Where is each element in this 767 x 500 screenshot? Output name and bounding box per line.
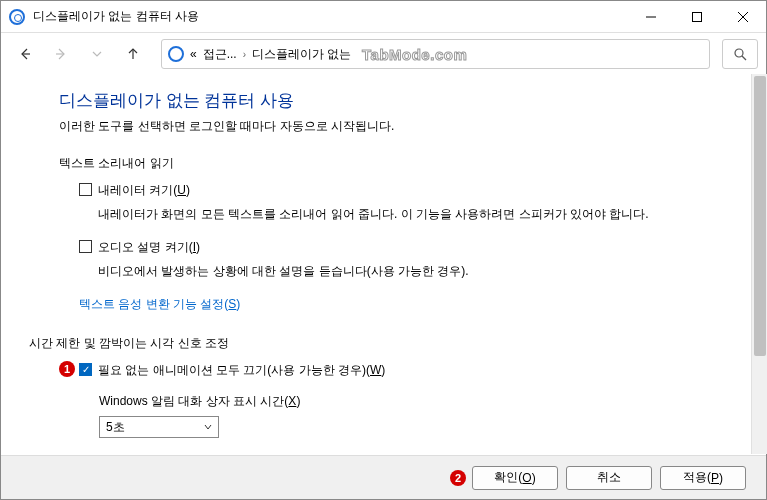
app-icon bbox=[9, 9, 25, 25]
watermark: TabMode.com bbox=[362, 46, 467, 63]
narrator-checkbox-row: 내레이터 켜기(U) bbox=[79, 182, 736, 199]
annotation-2: 2 bbox=[450, 470, 466, 486]
breadcrumb-root-prefix: « bbox=[190, 47, 197, 61]
annotation-1: 1 bbox=[59, 361, 75, 377]
breadcrumb-item-2[interactable]: 디스플레이가 없는 bbox=[252, 46, 351, 63]
window-controls bbox=[628, 1, 766, 33]
minimize-button[interactable] bbox=[628, 1, 674, 33]
addressbar[interactable]: « 접근... › 디스플레이가 없는 TabMode.com bbox=[161, 39, 710, 69]
chevron-down-icon bbox=[204, 420, 212, 434]
narrator-label[interactable]: 내레이터 켜기(U) bbox=[98, 182, 190, 199]
page-heading: 디스플레이가 없는 컴퓨터 사용 bbox=[59, 89, 736, 112]
notification-time-label: Windows 알림 대화 상자 표시 시간(X) bbox=[99, 393, 736, 410]
scrollbar-thumb[interactable] bbox=[754, 76, 766, 356]
location-icon bbox=[168, 46, 184, 62]
audio-description-checkbox-row: 오디오 설명 켜기(I) bbox=[79, 239, 736, 256]
breadcrumb-item-1[interactable]: 접근... bbox=[203, 46, 237, 63]
audio-description-description: 비디오에서 발생하는 상황에 대한 설명을 듣습니다(사용 가능한 경우). bbox=[98, 262, 658, 280]
notification-time-select[interactable]: 5초 bbox=[99, 416, 219, 438]
animation-checkbox-row: 1 필요 없는 애니메이션 모두 끄기(사용 가능한 경우)(W) bbox=[79, 362, 736, 379]
nav-recent-dropdown[interactable] bbox=[81, 40, 113, 68]
navbar: « 접근... › 디스플레이가 없는 TabMode.com bbox=[1, 33, 766, 75]
content-area: 디스플레이가 없는 컴퓨터 사용 이러한 도구를 선택하면 로그인할 때마다 자… bbox=[1, 75, 766, 455]
titlebar: 디스플레이가 없는 컴퓨터 사용 bbox=[1, 1, 766, 33]
disable-animations-label[interactable]: 필요 없는 애니메이션 모두 끄기(사용 가능한 경우)(W) bbox=[98, 362, 385, 379]
scrollbar[interactable] bbox=[751, 74, 767, 454]
svg-rect-1 bbox=[693, 12, 702, 21]
audio-description-checkbox[interactable] bbox=[79, 240, 92, 253]
cancel-button[interactable]: 취소 bbox=[566, 466, 652, 490]
svg-line-8 bbox=[742, 56, 746, 60]
window-title: 디스플레이가 없는 컴퓨터 사용 bbox=[33, 8, 628, 25]
nav-forward-button[interactable] bbox=[45, 40, 77, 68]
narrator-checkbox[interactable] bbox=[79, 183, 92, 196]
nav-up-button[interactable] bbox=[117, 40, 149, 68]
apply-button[interactable]: 적용(P) bbox=[660, 466, 746, 490]
close-button[interactable] bbox=[720, 1, 766, 33]
search-button[interactable] bbox=[722, 39, 758, 69]
ok-button[interactable]: 확인(O) bbox=[472, 466, 558, 490]
section-time-limits: 시간 제한 및 깜박이는 시각 신호 조정 bbox=[29, 335, 736, 352]
tts-settings-link[interactable]: 텍스트 음성 변환 기능 설정(S) bbox=[79, 296, 736, 313]
page-subtitle: 이러한 도구를 선택하면 로그인할 때마다 자동으로 시작됩니다. bbox=[59, 118, 736, 135]
chevron-right-icon: › bbox=[243, 49, 246, 60]
footer: 2 확인(O) 취소 적용(P) bbox=[1, 455, 766, 499]
maximize-button[interactable] bbox=[674, 1, 720, 33]
notification-time-value: 5초 bbox=[106, 419, 125, 436]
nav-back-button[interactable] bbox=[9, 40, 41, 68]
audio-description-label[interactable]: 오디오 설명 켜기(I) bbox=[98, 239, 200, 256]
svg-point-7 bbox=[735, 49, 743, 57]
disable-animations-checkbox[interactable] bbox=[79, 363, 92, 376]
narrator-description: 내레이터가 화면의 모든 텍스트를 소리내어 읽어 줍니다. 이 기능을 사용하… bbox=[98, 205, 658, 223]
section-text-to-speech: 텍스트 소리내어 읽기 bbox=[59, 155, 736, 172]
